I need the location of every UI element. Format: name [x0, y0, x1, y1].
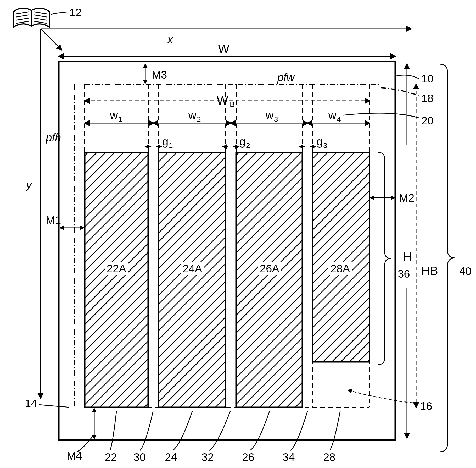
svg-text:g: g [317, 135, 323, 148]
col-22A [85, 152, 148, 407]
label-M2: M2 [399, 192, 414, 204]
leader-M4 [77, 436, 93, 452]
x-label: x [167, 33, 173, 46]
label-40: 40 [459, 265, 472, 277]
svg-text:32: 32 [201, 451, 214, 463]
svg-text:26: 26 [242, 451, 254, 463]
svg-text:22: 22 [105, 451, 117, 463]
leader-14 [39, 405, 69, 407]
label-20: 20 [421, 114, 434, 127]
label-w1: w1 [110, 109, 122, 123]
label-M3: M3 [152, 69, 167, 81]
svg-text:B: B [230, 100, 235, 108]
label-g3: g3 [317, 135, 327, 150]
col-28A [313, 152, 369, 362]
leader-18 [381, 88, 419, 96]
svg-text:3: 3 [274, 115, 278, 123]
svg-text:34: 34 [283, 451, 295, 463]
svg-text:g: g [162, 135, 168, 148]
brace-H [378, 152, 391, 365]
label-g2: g2 [239, 135, 250, 150]
svg-text:1: 1 [118, 115, 122, 123]
book-icon [13, 8, 50, 27]
svg-text:2: 2 [246, 141, 250, 150]
leader-10 [396, 75, 419, 79]
label-28A: 28A [331, 262, 350, 275]
origin-diagonal [41, 29, 61, 50]
leader-12 [51, 13, 68, 14]
label-w3: w3 [265, 109, 278, 123]
svg-text:w: w [110, 109, 118, 122]
label-M1: M1 [46, 214, 61, 226]
label-14: 14 [25, 397, 37, 410]
label-12: 12 [69, 6, 82, 19]
svg-text:2: 2 [197, 115, 201, 123]
label-w4: w4 [328, 109, 341, 123]
label-24A: 24A [183, 262, 202, 275]
label-g1: g1 [162, 135, 173, 150]
svg-text:1: 1 [169, 141, 173, 150]
label-18: 18 [421, 92, 434, 104]
svg-text:28: 28 [323, 451, 335, 463]
label-HB: HB [421, 264, 438, 278]
label-pfh: pfh [45, 131, 61, 144]
label-H: H [403, 250, 412, 263]
brace-40 [440, 64, 455, 452]
label-M4: M4 [67, 450, 82, 462]
y-label: y [25, 179, 32, 191]
bottom-leaders: 22 30 24 32 26 34 28 [105, 411, 340, 463]
label-16: 16 [420, 400, 432, 412]
svg-text:4: 4 [337, 115, 341, 123]
svg-text:g: g [239, 135, 245, 148]
svg-text:3: 3 [323, 141, 327, 150]
label-W: W [218, 42, 229, 56]
label-36: 36 [398, 268, 410, 280]
label-22A: 22A [107, 262, 126, 275]
label-26A: 26A [260, 262, 279, 275]
label-w2: w2 [188, 109, 201, 123]
svg-text:w: w [328, 109, 337, 122]
col-26A [236, 152, 302, 407]
svg-text:w: w [188, 109, 197, 122]
svg-text:w: w [265, 109, 274, 122]
svg-text:W: W [217, 94, 228, 107]
label-pfw: pfw [277, 71, 295, 84]
col-24A [159, 152, 226, 407]
svg-text:30: 30 [133, 451, 146, 463]
label-10: 10 [421, 73, 434, 85]
svg-text:24: 24 [165, 451, 177, 463]
